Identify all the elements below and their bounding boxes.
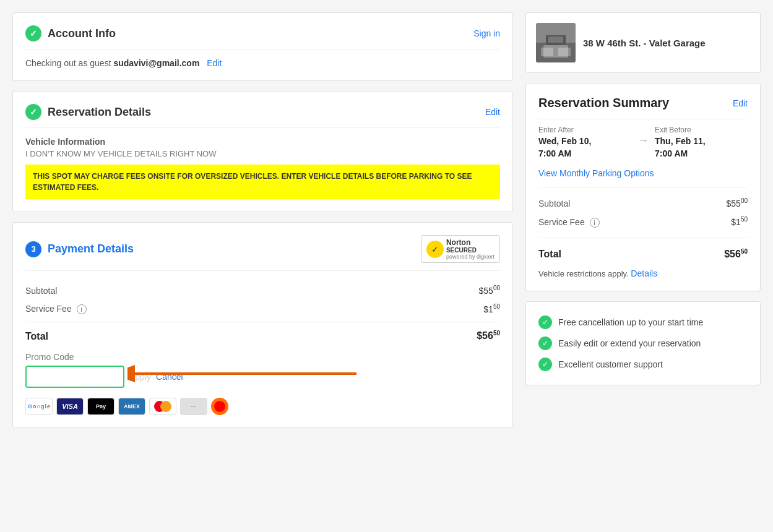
generic-card-icon-1: ···· (180, 398, 207, 415)
payment-header: 3 Payment Details ✓ Norton SECURED power… (25, 235, 500, 271)
exit-before-block: Exit Before Thu, Feb 11, 7:00 AM (655, 126, 748, 160)
svg-rect-4 (541, 48, 553, 56)
summary-subtotal-row: Subtotal $5500 (538, 194, 748, 212)
payment-details-card: 3 Payment Details ✓ Norton SECURED power… (12, 222, 513, 428)
summary-title: Reservation Summary (538, 96, 669, 110)
svg-rect-5 (558, 48, 571, 56)
vehicle-sub-label: I DON'T KNOW MY VEHICLE DETAILS RIGHT NO… (25, 149, 500, 158)
summary-service-fee-amount: $150 (731, 216, 748, 227)
mastercard-icon (149, 398, 176, 415)
promo-input[interactable] (25, 366, 124, 388)
date-row: Enter After Wed, Feb 10, 7:00 AM → Exit … (538, 126, 748, 160)
reservation-details-card: ✓ Reservation Details Edit Vehicle Infor… (12, 91, 513, 212)
view-monthly-link[interactable]: View Monthly Parking Options (538, 168, 748, 178)
venue-card: 38 W 46th St. - Valet Garage (525, 12, 761, 73)
benefit-item-1: ✓ Free cancellation up to your start tim… (538, 312, 748, 333)
payment-title: Payment Details (48, 242, 134, 255)
reservation-details-header: ✓ Reservation Details Edit (25, 104, 500, 128)
enter-after-block: Enter After Wed, Feb 10, 7:00 AM (538, 126, 631, 160)
benefit-item-3: ✓ Excellent customer support (538, 354, 748, 375)
venue-thumbnail (536, 23, 576, 62)
account-info-title: Account Info (48, 27, 116, 40)
vehicle-warning-box: THIS SPOT MAY CHARGE FEES ONSITE FOR OVE… (25, 165, 500, 199)
date-arrow-icon: → (637, 126, 649, 147)
account-info-header: ✓ Account Info Sign in (25, 25, 500, 49)
service-fee-label: Service Fee i (25, 304, 87, 314)
service-fee-amount: $150 (483, 303, 500, 314)
payment-step-badge: 3 (25, 241, 41, 257)
promo-arrow (127, 364, 356, 383)
summary-total-label: Total (538, 249, 561, 260)
vehicle-section: Vehicle Information I DON'T KNOW MY VEHI… (25, 128, 500, 199)
benefits-card: ✓ Free cancellation up to your start tim… (525, 301, 761, 385)
norton-label: Norton (446, 238, 494, 247)
reservation-edit-link[interactable]: Edit (485, 107, 500, 117)
service-fee-info-icon[interactable]: i (77, 304, 87, 314)
norton-badge: ✓ Norton SECURED powered by digicert (421, 235, 500, 263)
total-row: Total $5650 (25, 326, 500, 345)
summary-header: Reservation Summary Edit (538, 96, 748, 110)
apple-pay-icon: Pay (87, 398, 114, 415)
reservation-check-icon: ✓ (25, 104, 41, 120)
benefit-check-icon-2: ✓ (538, 337, 552, 350)
venue-name: 38 W 46th St. - Valet Garage (583, 38, 706, 48)
account-check-icon: ✓ (25, 25, 41, 41)
account-info-card: ✓ Account Info Sign in Checking out as g… (12, 12, 513, 81)
promo-row: Apply Cancel (25, 366, 500, 388)
reservation-header-left: ✓ Reservation Details (25, 104, 151, 120)
norton-text: Norton SECURED powered by digicert (446, 238, 494, 260)
benefit-label-2: Easily edit or extend your reservation (558, 338, 701, 348)
guest-prefix: Checking out as guest (25, 58, 111, 68)
sign-in-link[interactable]: Sign in (473, 28, 500, 38)
benefit-check-icon-3: ✓ (538, 358, 552, 371)
restrictions-details-link[interactable]: Details (631, 268, 657, 278)
subtotal-label: Subtotal (25, 286, 57, 296)
promo-code-label: Promo Code (25, 352, 500, 362)
summary-total-row: Total $5650 (538, 244, 748, 264)
visa-icon: VISA (56, 398, 84, 415)
exit-before-date: Thu, Feb 11, 7:00 AM (655, 135, 748, 160)
amex-icon: AMEX (118, 398, 145, 415)
summary-service-fee-row: Service Fee i $150 (538, 212, 748, 231)
guest-email: sudavivi@gmail.com (113, 58, 199, 68)
summary-edit-link[interactable]: Edit (733, 98, 748, 108)
promo-section: Promo Code Apply Cancel (25, 352, 500, 388)
service-fee-row: Service Fee i $150 (25, 299, 500, 319)
summary-total-amount: $5650 (724, 248, 748, 260)
payment-header-left: 3 Payment Details (25, 241, 134, 257)
generic-card-icon-2 (211, 398, 228, 415)
benefit-check-icon-1: ✓ (538, 315, 552, 329)
svg-rect-7 (548, 36, 563, 43)
norton-check-icon: ✓ (426, 241, 444, 258)
exit-before-label: Exit Before (655, 126, 748, 134)
restrictions-text: Vehicle restrictions apply. Details (538, 268, 748, 278)
summary-service-fee-label: Service Fee i (538, 217, 600, 228)
enter-after-label: Enter After (538, 126, 631, 134)
summary-service-fee-info-icon[interactable]: i (590, 218, 600, 228)
reservation-summary-card: Reservation Summary Edit Enter After Wed… (525, 83, 761, 291)
subtotal-row: Subtotal $5500 (25, 281, 500, 299)
total-label: Total (25, 331, 48, 342)
guest-edit-link[interactable]: Edit (207, 58, 222, 68)
benefit-label-1: Free cancellation up to your start time (558, 317, 703, 327)
google-pay-icon: Google (25, 398, 53, 415)
summary-subtotal-label: Subtotal (538, 199, 570, 208)
benefit-label-3: Excellent customer support (558, 359, 663, 369)
venue-image (536, 23, 576, 62)
venue-image-svg (536, 23, 576, 62)
subtotal-amount: $5500 (479, 285, 500, 296)
guest-info: Checking out as guest sudavivi@gmail.com… (25, 49, 500, 68)
reservation-details-title: Reservation Details (48, 106, 151, 119)
account-info-header-left: ✓ Account Info (25, 25, 116, 41)
norton-digicert-label: powered by digicert (446, 254, 494, 260)
payment-icons: Google VISA Pay AMEX ···· (25, 398, 500, 415)
enter-after-date: Wed, Feb 10, 7:00 AM (538, 135, 631, 160)
vehicle-info-label: Vehicle Information (25, 137, 500, 147)
benefit-item-2: ✓ Easily edit or extend your reservation (538, 333, 748, 354)
summary-subtotal-amount: $5500 (727, 197, 748, 208)
total-amount: $5650 (477, 330, 500, 341)
norton-secured-label: SECURED (446, 247, 494, 254)
